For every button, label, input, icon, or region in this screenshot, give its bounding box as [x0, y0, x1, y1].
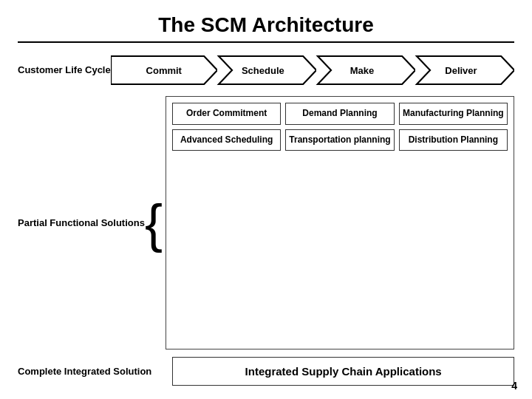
arrow-schedule-label: Schedule — [242, 65, 284, 76]
partial-brace: { — [145, 96, 163, 349]
arrow-commit-label: Commit — [146, 65, 182, 76]
func-order-commitment: Order Commitment — [172, 103, 281, 125]
func-distribution-planning: Distribution Planning — [399, 129, 508, 151]
partial-label: Partial Functional Solutions — [18, 96, 145, 349]
lifecycle-label: Customer Life Cycle — [18, 64, 111, 77]
partial-row: Partial Functional Solutions { Order Com… — [18, 96, 514, 349]
brace-icon: { — [145, 197, 163, 250]
title-divider — [18, 41, 514, 43]
arrow-deliver: Deliver — [408, 53, 514, 87]
arrow-make-label: Make — [350, 65, 375, 76]
page: The SCM Architecture Customer Life Cycle… — [0, 0, 532, 399]
lifecycle-row: Customer Life Cycle Commit Schedule — [18, 53, 514, 87]
partial-grid: Order Commitment Demand Planning Manufac… — [166, 96, 514, 349]
func-transportation-planning: Transportation planning — [285, 129, 394, 151]
integrated-supply-chain-box: Integrated Supply Chain Applications — [172, 357, 514, 386]
func-manufacturing-planning: Manufacturing Planning — [399, 103, 508, 125]
func-demand-planning: Demand Planning — [285, 103, 394, 125]
arrow-make: Make — [309, 53, 415, 87]
func-row-1: Order Commitment Demand Planning Manufac… — [172, 103, 508, 125]
page-number: 4 — [511, 380, 517, 392]
arrows-container: Commit Schedule Make Deliv — [111, 53, 514, 87]
func-row-2: Advanced Scheduling Transportation plann… — [172, 129, 508, 151]
arrow-schedule: Schedule — [210, 53, 316, 87]
page-title: The SCM Architecture — [18, 13, 514, 37]
arrow-commit: Commit — [111, 53, 217, 87]
complete-label: Complete Integrated Solution — [18, 365, 151, 378]
complete-row: Complete Integrated Solution Integrated … — [18, 357, 514, 386]
func-advanced-scheduling: Advanced Scheduling — [172, 129, 281, 151]
arrow-deliver-label: Deliver — [445, 65, 477, 76]
